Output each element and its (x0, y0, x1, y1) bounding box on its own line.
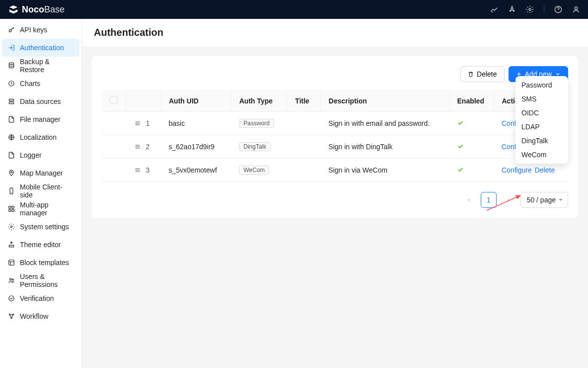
trash-icon (468, 71, 474, 77)
verify-icon (8, 295, 15, 302)
cell-type: DingTalk (231, 135, 287, 159)
sidebar-item-mobile-client-side[interactable]: Mobile Client-side (2, 182, 79, 200)
table-row: 2s_62ao17d9ir9DingTalkSign in with DingT… (102, 135, 568, 159)
cell-title (287, 135, 320, 159)
svg-point-4 (9, 63, 13, 65)
svg-rect-7 (9, 102, 13, 104)
dropdown-item-sms[interactable]: SMS (515, 92, 568, 106)
svg-point-21 (12, 314, 13, 315)
cell-uid: s_62ao17d9ir9 (161, 135, 231, 159)
th-enabled[interactable]: Enabled (449, 90, 494, 112)
svg-point-17 (10, 278, 12, 280)
toolbar: Delete Add new (102, 66, 568, 82)
dropdown-item-oidc[interactable]: OIDC (515, 106, 568, 120)
sidebar-item-authentication[interactable]: Authentication (2, 39, 79, 57)
th-desc[interactable]: Description (320, 90, 449, 112)
sidebar-item-api-keys[interactable]: API keys (2, 21, 79, 39)
help-icon[interactable] (554, 5, 562, 13)
cell-type: Password (231, 112, 287, 135)
delete-button[interactable]: Delete (460, 66, 504, 82)
sidebar-item-theme-editor[interactable]: Theme editor (2, 236, 79, 254)
logo-icon (8, 4, 19, 15)
select-all-checkbox[interactable] (110, 96, 118, 104)
sidebar-item-workflow[interactable]: Workflow (2, 307, 79, 325)
add-new-dropdown: PasswordSMSOIDCLDAPDingTalkWeCom (515, 76, 568, 164)
sidebar-item-data-sources[interactable]: Data sources (2, 92, 79, 110)
cell-title (287, 159, 320, 182)
pagination-page-1[interactable]: 1 (481, 192, 497, 208)
sidebar-item-system-settings[interactable]: System settings (2, 218, 79, 236)
dropdown-item-dingtalk[interactable]: DingTalk (515, 134, 568, 148)
th-type[interactable]: Auth Type (231, 90, 287, 112)
sidebar-item-file-manager[interactable]: File manager (2, 110, 79, 128)
th-title[interactable]: Title (287, 90, 320, 112)
sidebar-item-block-templates[interactable]: Block templates (2, 254, 79, 272)
check-icon (457, 167, 464, 175)
grid-icon (8, 205, 15, 212)
cell-enabled (449, 135, 494, 159)
page-title: Authentication (82, 19, 588, 46)
sidebar-item-multi-app-manager[interactable]: Multi-app manager (2, 200, 79, 218)
sidebar-item-label: Charts (20, 80, 40, 88)
backup-icon (8, 62, 15, 69)
table-row: 3s_5vx0emotewfWeComSign in via WeComConf… (102, 159, 568, 182)
pagination-prev[interactable] (461, 192, 477, 208)
svg-rect-10 (10, 188, 13, 194)
sidebar-item-label: Verification (20, 294, 54, 302)
gear-icon[interactable] (526, 5, 534, 13)
dropdown-item-wecom[interactable]: WeCom (515, 148, 568, 162)
auth-type-tag: WeCom (239, 166, 269, 175)
drag-handle[interactable]: 1 (134, 119, 150, 127)
sidebar-item-charts[interactable]: Charts (2, 75, 79, 92)
globe-icon (8, 134, 15, 141)
sidebar-item-label: Authentication (20, 44, 64, 52)
file-icon (8, 152, 15, 159)
users-icon (8, 277, 15, 284)
pagination: 1 50 / page (102, 192, 568, 208)
cell-select (102, 159, 126, 182)
th-handle (126, 90, 161, 112)
svg-point-20 (9, 314, 10, 315)
cell-handle: 2 (126, 135, 161, 159)
theme-icon (8, 241, 15, 248)
user-icon[interactable] (572, 5, 580, 13)
pagination-next[interactable] (501, 192, 516, 208)
sidebar-item-localization[interactable]: Localization (2, 128, 79, 146)
rocket-icon[interactable] (508, 5, 516, 13)
clear-icon[interactable] (490, 5, 498, 13)
sidebar: API keysAuthenticationBackup & RestoreCh… (0, 19, 82, 368)
sidebar-item-backup-restore[interactable]: Backup & Restore (2, 57, 79, 75)
header-divider (544, 5, 544, 13)
table-row: 1basicPasswordSign in with email and pas… (102, 112, 568, 135)
sidebar-item-users-permissions[interactable]: Users & Permissions (2, 272, 79, 289)
datasource-icon (8, 98, 15, 105)
sidebar-item-label: API keys (20, 26, 47, 34)
sidebar-item-label: Users & Permissions (20, 273, 74, 288)
auth-table: Auth UID Auth Type Title Description Ena… (102, 90, 568, 182)
header-actions (490, 5, 580, 13)
cell-desc: Sign in with email and password. (320, 112, 449, 135)
delete-link[interactable]: Delete (535, 166, 555, 174)
key-icon (8, 26, 15, 33)
sidebar-item-verification[interactable]: Verification (2, 289, 79, 307)
drag-handle[interactable]: 2 (134, 143, 150, 151)
sidebar-item-label: Theme editor (20, 241, 61, 249)
sidebar-item-label: Mobile Client-side (20, 183, 74, 199)
svg-rect-6 (9, 99, 13, 101)
sidebar-item-map-manager[interactable]: Map Manager (2, 164, 79, 182)
dropdown-item-ldap[interactable]: LDAP (515, 120, 568, 134)
svg-point-9 (11, 172, 12, 173)
configure-link[interactable]: Configure (502, 166, 532, 174)
logo[interactable]: NocoBase (8, 4, 65, 15)
drag-handle[interactable]: 3 (134, 166, 150, 174)
dropdown-item-password[interactable]: Password (515, 78, 568, 92)
th-uid[interactable]: Auth UID (161, 90, 231, 112)
sidebar-item-label: Block templates (20, 259, 69, 267)
th-select (102, 90, 126, 112)
page-size-select[interactable]: 50 / page (520, 192, 568, 208)
svg-point-3 (9, 29, 11, 32)
svg-point-0 (529, 8, 531, 10)
sidebar-item-label: Logger (20, 151, 42, 159)
sidebar-item-logger[interactable]: Logger (2, 146, 79, 164)
svg-rect-16 (9, 260, 14, 266)
